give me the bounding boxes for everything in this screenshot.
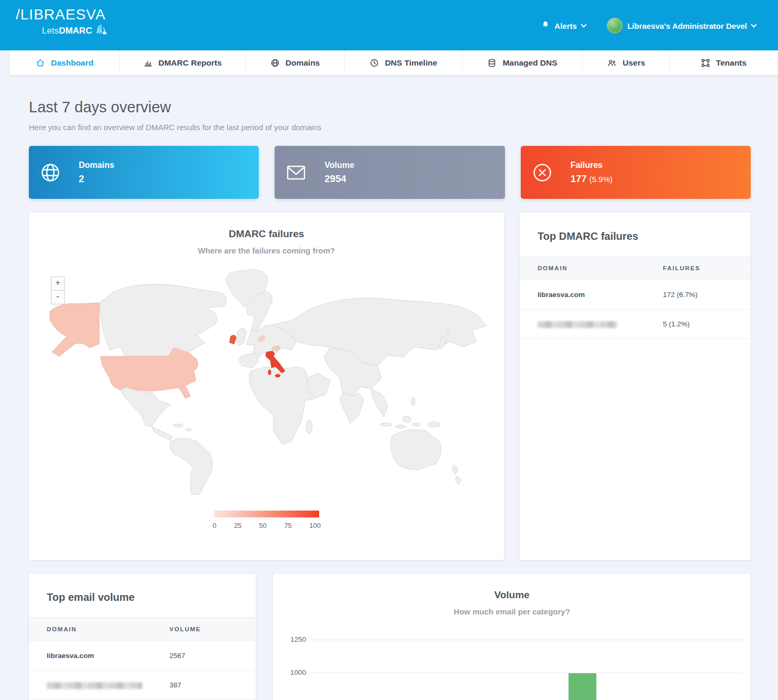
legend-tick: 75 bbox=[284, 522, 291, 529]
home-icon bbox=[36, 58, 45, 68]
table-row[interactable]: libraesva.com 172 (6.7%) bbox=[520, 280, 751, 310]
brand-logo: /LIBRAESVA LetsDMARC bbox=[16, 6, 108, 39]
legend-tick: 25 bbox=[234, 522, 241, 529]
bell-icon bbox=[541, 20, 550, 31]
world-map[interactable] bbox=[46, 269, 489, 495]
map-title: DMARC failures bbox=[29, 213, 504, 240]
gridline-1250 bbox=[311, 640, 744, 640]
top-volume-title: Top email volume bbox=[29, 591, 256, 603]
main-nav: Dashboard DMARC Reports Domains DNS Time… bbox=[10, 50, 778, 75]
tab-dns-timeline[interactable]: DNS Timeline bbox=[345, 50, 462, 75]
alerts-label: Alerts bbox=[554, 22, 577, 30]
map-country-alaska bbox=[50, 303, 99, 356]
volume-chart-title: Volume bbox=[273, 574, 751, 601]
user-name: Libraesva's Administrator Devel bbox=[627, 22, 747, 30]
column-header-domain: DOMAIN bbox=[520, 257, 663, 280]
stats-row: Domains 2 Volume 2954 Failures 177(5.9%) bbox=[29, 146, 751, 199]
top-email-volume-card: Top email volume DOMAIN VOLUME libraesva… bbox=[29, 574, 256, 700]
chevron-down-icon bbox=[751, 22, 756, 27]
stat-value: 177 bbox=[571, 173, 587, 184]
domain-cell: libraesva.com bbox=[29, 641, 170, 671]
table-row[interactable]: libraesva.com 2567 bbox=[29, 641, 256, 671]
domain-cell-redacted bbox=[29, 671, 170, 700]
tenants-icon bbox=[701, 58, 710, 68]
user-menu[interactable]: Libraesva's Administrator Devel bbox=[607, 18, 756, 34]
tab-label: DNS Timeline bbox=[385, 58, 437, 68]
tab-users[interactable]: Users bbox=[583, 50, 670, 75]
y-axis-tick: 1250 bbox=[283, 635, 306, 643]
dashboard-content: Last 7 days overview Here you can find a… bbox=[0, 75, 778, 700]
logo-lets: Lets bbox=[42, 26, 59, 36]
volume-chart-card: Volume How much email per category? 1250… bbox=[273, 574, 751, 700]
stat-value: 2 bbox=[79, 173, 114, 185]
y-axis-tick: 1000 bbox=[283, 669, 306, 676]
gridline-1000 bbox=[311, 673, 744, 673]
top-failures-title: Top DMARC failures bbox=[520, 230, 751, 242]
redacted-domain bbox=[47, 682, 142, 689]
stat-label: Failures bbox=[571, 161, 613, 170]
stat-card-failures[interactable]: Failures 177(5.9%) bbox=[521, 146, 751, 199]
map-zoom-out-button[interactable]: - bbox=[51, 290, 65, 304]
globe-icon bbox=[270, 58, 280, 68]
map-subtitle: Where are the failures coming from? bbox=[29, 246, 504, 255]
stat-value: 2954 bbox=[324, 173, 354, 185]
database-icon bbox=[487, 58, 497, 68]
tab-domains[interactable]: Domains bbox=[246, 50, 345, 75]
top-failures-table: DOMAIN FAILURES libraesva.com 172 (6.7%)… bbox=[520, 256, 751, 339]
tab-dashboard[interactable]: Dashboard bbox=[10, 50, 120, 75]
volume-bar[interactable] bbox=[569, 673, 596, 700]
map-country-ireland bbox=[229, 335, 236, 344]
map-color-legend: 0 25 50 75 100 bbox=[213, 511, 321, 529]
volume-chart-subtitle: How much email per category? bbox=[273, 607, 751, 616]
logo-dmarc: DMARC bbox=[59, 26, 92, 36]
redacted-domain bbox=[538, 321, 617, 328]
column-header-domain: DOMAIN bbox=[29, 618, 170, 641]
dmarc-failures-map-card: DMARC failures Where are the failures co… bbox=[29, 213, 504, 560]
tab-managed-dns[interactable]: Managed DNS bbox=[462, 50, 583, 75]
legend-tick: 50 bbox=[259, 522, 267, 529]
globe-icon bbox=[38, 161, 62, 185]
tab-label: Dashboard bbox=[51, 58, 93, 68]
table-row[interactable]: 387 bbox=[29, 671, 256, 700]
tab-label: Users bbox=[623, 58, 645, 68]
legend-gradient-bar bbox=[214, 511, 319, 517]
clock-icon bbox=[370, 58, 379, 68]
page-subtitle: Here you can find an overview of DMARC r… bbox=[29, 123, 751, 132]
failures-cell: 5 (1.2%) bbox=[663, 310, 751, 339]
tab-label: DMARC Reports bbox=[159, 58, 222, 68]
top-volume-table: DOMAIN VOLUME libraesva.com 2567 387 bbox=[29, 617, 256, 700]
volume-cell: 387 bbox=[170, 671, 256, 700]
chevron-down-icon bbox=[581, 22, 586, 27]
legend-tick: 0 bbox=[213, 522, 216, 529]
top-header: /LIBRAESVA LetsDMARC bbox=[0, 0, 778, 50]
top-dmarc-failures-card: Top DMARC failures DOMAIN FAILURES libra… bbox=[520, 213, 751, 560]
table-row[interactable]: 5 (1.2%) bbox=[520, 310, 751, 339]
legend-tick: 100 bbox=[309, 522, 321, 529]
stat-card-domains[interactable]: Domains 2 bbox=[29, 146, 259, 199]
domain-cell-redacted bbox=[520, 310, 663, 339]
logo-text: /LIBRAESVA bbox=[16, 6, 108, 23]
column-header-volume: VOLUME bbox=[170, 618, 256, 641]
tab-label: Domains bbox=[286, 58, 320, 68]
tab-label: Managed DNS bbox=[502, 58, 557, 68]
stat-label: Volume bbox=[324, 161, 354, 170]
volume-cell: 2567 bbox=[170, 641, 256, 671]
bar-chart-icon bbox=[143, 58, 153, 68]
tab-dmarc-reports[interactable]: DMARC Reports bbox=[120, 50, 246, 75]
page-title: Last 7 days overview bbox=[29, 99, 751, 116]
envelope-icon bbox=[284, 161, 308, 185]
users-icon bbox=[607, 58, 617, 68]
map-zoom-in-button[interactable]: + bbox=[51, 277, 65, 291]
x-circle-icon bbox=[530, 161, 554, 185]
fingerprint-icon bbox=[95, 23, 108, 39]
stat-card-volume[interactable]: Volume 2954 bbox=[275, 146, 504, 199]
stat-label: Domains bbox=[79, 161, 114, 170]
avatar bbox=[607, 18, 623, 34]
domain-cell: libraesva.com bbox=[520, 280, 663, 310]
stat-extra: (5.9%) bbox=[590, 175, 613, 184]
alerts-menu[interactable]: Alerts bbox=[541, 20, 586, 31]
failures-cell: 172 (6.7%) bbox=[663, 280, 751, 310]
tab-label: Tenants bbox=[716, 58, 747, 68]
tab-tenants[interactable]: Tenants bbox=[670, 50, 778, 75]
column-header-failures: FAILURES bbox=[663, 257, 751, 280]
